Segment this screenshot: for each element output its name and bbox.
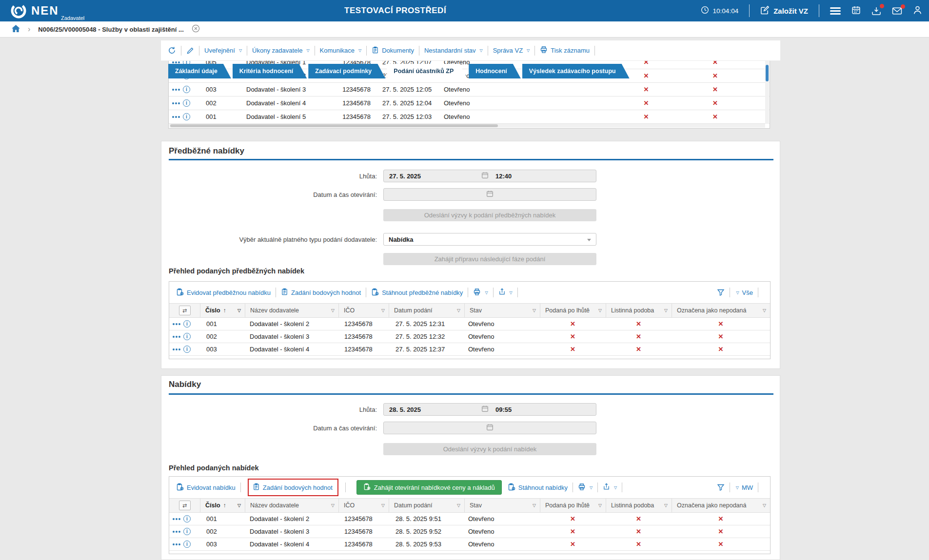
close-record-icon[interactable] [192,24,200,35]
info-icon[interactable]: i [183,86,190,93]
col-listinna-podoba[interactable]: Listinná podoba▽ [606,499,672,512]
user-profile-icon[interactable] [913,5,922,17]
table-settings-icon[interactable]: ⇄ [179,306,191,315]
menu-uverejneni[interactable]: Uveřejnění▽ [204,47,242,54]
col-listinna-podoba[interactable]: Listinná podoba▽ [606,304,672,317]
home-icon[interactable] [12,25,20,34]
row-menu-icon[interactable] [173,336,180,338]
filter-caret-icon[interactable]: ▽ [237,308,241,313]
filter-icon[interactable] [717,289,725,296]
table-row[interactable]: i003Dodavatel - školení 31234567827. 5. … [169,83,770,97]
filter-caret-icon[interactable]: ▽ [331,308,335,313]
downloads-icon[interactable] [871,6,881,16]
tab-hodnoceni[interactable]: Hodnocení [469,64,521,78]
info-icon[interactable]: i [183,99,190,107]
edit-icon[interactable] [186,47,194,55]
calendar-small-icon[interactable] [486,190,494,199]
create-vz-button[interactable]: Založit VZ [760,5,808,16]
filter-caret-icon[interactable]: ▽ [763,308,766,313]
menu-ukony-zadavatele[interactable]: Úkony zadavatele▽ [252,47,310,54]
col-datum[interactable]: Datum podání▽ [389,304,464,317]
col-datum[interactable]: Datum podání▽ [389,499,464,512]
enter-points-button[interactable]: Zadání bodových hodnot [281,288,361,297]
tab-zakladni-udaje[interactable]: Základní údaje [168,64,231,78]
deadline-input[interactable]: 28. 5. 2025 09:55 [383,403,596,416]
opening-input[interactable] [383,422,596,434]
export-button[interactable]: ▽ [498,288,513,297]
calendar-small-icon[interactable] [481,172,489,181]
tab-vysledek-zadavaciho-postupu[interactable]: Výsledek zadávacího postupu [522,64,630,78]
col-stav[interactable]: Stav▽ [464,499,540,512]
opening-input[interactable] [383,188,596,201]
submission-type-select[interactable]: Nabídka [383,233,596,246]
filter-icon[interactable] [717,483,725,491]
record-bid-button[interactable]: Evidovat nabídku [176,483,236,492]
col-podana-po-lhute[interactable]: Podaná po lhůtě▽ [540,304,606,317]
info-icon[interactable]: i [183,320,191,328]
filter-caret-icon[interactable]: ▽ [331,503,335,508]
table-row[interactable]: i001Dodavatel - školení 21234567827. 5. … [169,318,770,330]
open-bid-prices-button[interactable]: Zahájit otevírání nabídkové ceny a nákla… [356,480,502,495]
calendar-small-icon[interactable] [481,405,489,414]
filter-caret-icon[interactable]: ▽ [457,503,460,508]
row-menu-icon[interactable] [172,89,180,91]
filter-caret-icon[interactable]: ▽ [381,308,385,313]
table-row[interactable]: i001Dodavatel - školení 21234567828. 5. … [169,513,770,525]
col-podana-po-lhute[interactable]: Podaná po lhůtě▽ [540,499,606,512]
messages-icon[interactable] [892,7,902,15]
calendar-small-icon[interactable] [486,424,494,433]
filter-caret-icon[interactable]: ▽ [598,503,602,508]
row-menu-icon[interactable] [172,116,180,118]
filter-caret-icon[interactable]: ▽ [664,308,668,313]
menu-icon[interactable] [830,7,841,15]
info-icon[interactable]: i [183,346,191,353]
nen-logo[interactable]: NEN Zadavatel [10,2,59,21]
row-menu-icon[interactable] [173,518,180,520]
col-oznacena-jako-nepodana[interactable]: Označena jako nepodaná▽ [672,499,770,512]
info-icon[interactable]: i [183,515,191,522]
table-row[interactable]: i002Dodavatel - školení 31234567828. 5. … [169,525,770,538]
print-table-button[interactable]: ▽ [578,483,593,492]
history-icon[interactable] [168,46,176,55]
print-table-button[interactable]: ▽ [473,288,488,297]
calendar-icon[interactable] [851,5,861,17]
filter-caret-icon[interactable]: ▽ [533,308,536,313]
filter-preset[interactable]: ▽Vše [735,289,753,296]
row-menu-icon[interactable] [172,61,180,63]
table-row[interactable]: i002Dodavatel - školení 41234567827. 5. … [169,97,770,110]
record-prelim-offer-button[interactable]: Evidovat předběžnou nabídku [176,288,271,297]
menu-sprava-vz[interactable]: Správa VZ▽ [493,47,530,54]
filter-caret-icon[interactable]: ▽ [381,503,385,508]
download-prelim-offers-button[interactable]: Stáhnout předběžné nabídky [371,288,463,297]
col-ico[interactable]: IČO▽ [338,499,389,512]
tab-zadavaci-podminky[interactable]: Zadávací podmínky [308,64,385,78]
row-menu-icon[interactable] [173,348,180,350]
filter-caret-icon[interactable]: ▽ [763,503,766,508]
table-row[interactable]: i003Dodavatel - školení 41234567828. 5. … [169,538,770,551]
print-record-button[interactable]: Tisk záznamu [540,46,590,55]
breadcrumb-item[interactable]: N006/25/V00005048 - Služby v oblasti zaj… [38,26,183,33]
col-stav[interactable]: Stav▽ [464,304,540,317]
tab-podani-ucastniku-zp[interactable]: Podání účastníků ZP [387,64,467,78]
table-row[interactable]: i003Dodavatel - školení 41234567827. 5. … [169,343,770,356]
table-row[interactable]: i002Dodavatel - školení 31234567827. 5. … [169,330,770,343]
menu-nestandardni-stav[interactable]: Nestandardní stav▽ [424,47,483,54]
row-menu-icon[interactable] [173,323,180,325]
row-menu-icon[interactable] [173,531,180,533]
send-prelim-request-button[interactable]: Odeslání výzvy k podání předběžných nabí… [383,209,596,221]
info-icon[interactable]: i [183,528,191,535]
menu-dokumenty[interactable]: Dokumenty [372,46,414,55]
col-oznacena-jako-nepodana[interactable]: Označena jako nepodaná▽ [672,304,770,317]
next-phase-button[interactable]: Zahájit přípravu následující fáze podání [383,253,596,265]
col-ico[interactable]: IČO▽ [338,304,389,317]
row-menu-icon[interactable] [173,543,180,545]
info-icon[interactable]: i [183,333,191,340]
filter-caret-icon[interactable]: ▽ [664,503,668,508]
col-nazev[interactable]: Název dodavatele▽ [245,304,338,317]
filter-caret-icon[interactable]: ▽ [237,503,241,508]
col-nazev[interactable]: Název dodavatele▽ [245,499,338,512]
filter-preset[interactable]: ▽MW [735,484,753,491]
enter-points-button[interactable]: Zadání bodových hodnot [253,483,333,492]
info-icon[interactable]: i [183,541,191,548]
download-bids-button[interactable]: Stáhnout nabídky [508,483,568,492]
